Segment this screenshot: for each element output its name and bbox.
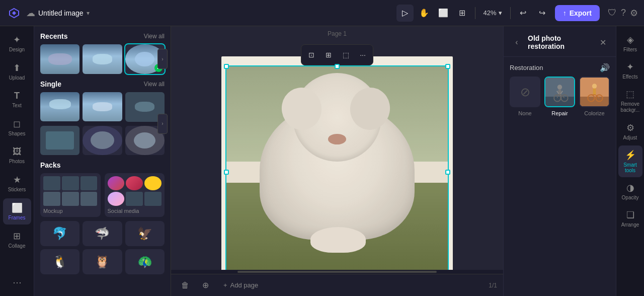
sticker-4[interactable]: 🐧 [40,249,79,274]
single-thumb-4[interactable] [40,126,79,156]
frame-tool-button[interactable]: ⬜ [435,5,452,22]
sidebar-item-upload[interactable]: ⬆ Upload [3,58,31,85]
recents-carousel-next[interactable]: › [157,49,168,69]
single-thumb-5[interactable] [83,126,122,156]
handle-top-mid[interactable] [335,64,340,69]
document-title-area[interactable]: ☁ Untitled image ▾ [26,8,90,19]
duplicate-page-button[interactable]: ⊕ [197,277,213,293]
sidebar-item-frames-label: Frames [9,215,26,220]
right-icon-remove-bg[interactable]: ⬚ Remove backgr... [618,85,642,117]
effects-icon: ✦ [626,61,634,72]
restoration-option-colorize[interactable]: Colorize [579,77,610,116]
frame-grid-button[interactable]: ⊞ [454,5,471,22]
add-page-icon: + [223,281,227,289]
more-options-button[interactable]: ··· [355,47,371,63]
recents-view-all[interactable]: View all [144,33,165,40]
pack-mockup[interactable]: Mockup [40,173,101,217]
shapes-icon: ◻ [13,118,21,129]
crop-button[interactable]: ⊡ [303,47,319,63]
toolbar-tools: ▷ ✋ ⬜ ⊞ 42% ▾ ↩ ↪ [396,5,551,22]
right-icon-opacity[interactable]: ◑ Opacity [618,178,642,204]
add-page-button[interactable]: + Add page [217,277,264,293]
recent-thumb-2[interactable] [83,44,122,74]
handle-mid-right[interactable] [445,170,450,175]
sidebar-item-text[interactable]: T Text [3,87,31,112]
pack-social-media[interactable]: Social media [105,173,165,217]
single-view-all[interactable]: View all [144,81,165,88]
settings-icon[interactable]: ⚙ [630,8,638,19]
dog-paw [310,227,366,252]
single-title: Single [40,80,61,88]
sidebar-item-photos[interactable]: 🖼 Photos [3,142,31,168]
undo-button[interactable]: ↩ [515,5,532,22]
toolbar-divider [475,7,475,19]
recent-thumb-2-img [83,44,122,74]
right-icon-effects[interactable]: ✦ Effects [618,57,642,84]
canvas-scroll[interactable]: ⊡ ⊞ ⬚ ··· [171,26,503,270]
restoration-panel-inner: ‹ Old photo restoration ✕ Restoration 🔊 … [504,26,616,296]
repair-image [545,78,574,106]
shield-icon[interactable]: 🛡 [608,8,617,18]
handle-top-left[interactable] [224,64,229,69]
more-icon: ⋯ [13,277,22,288]
effects-label: Effects [622,74,637,80]
help-icon[interactable]: ? [621,8,626,18]
restoration-option-none[interactable]: ⊘ None [510,77,540,116]
select-tool-button[interactable]: ▷ [396,5,414,22]
arrange-label: Arrange [621,222,639,228]
pack-mockup-thumb-4 [43,192,60,206]
single-grid-row2 [40,126,165,156]
sidebar-item-collage[interactable]: ⊞ Collage [3,227,31,253]
single-carousel-next[interactable]: › [157,114,168,134]
handle-top-right[interactable] [445,64,450,69]
single-grid-container: › [40,92,165,156]
single-thumb-1-img [40,92,79,122]
sound-icon[interactable]: 🔊 [600,63,610,72]
restoration-none-thumb: ⊘ [510,77,540,107]
layout-button[interactable]: ⊞ [320,47,337,63]
single-thumb-1[interactable] [40,92,79,122]
pack-social-thumbs [108,176,162,206]
single-thumb-5-img [83,126,122,156]
pack-mockup-thumb-1 [43,176,60,190]
handle-mid-left[interactable] [224,170,229,175]
sticker-5[interactable]: 🦉 [83,249,122,274]
scrollbar-thumb[interactable] [237,271,437,273]
sticker-2[interactable]: 🦈 [83,221,122,246]
export-button[interactable]: ↑ Export [555,5,600,21]
single-thumb-2-img [83,92,122,122]
pack-social-thumb-5 [126,192,143,206]
sticker-6[interactable]: 🦚 [125,249,165,274]
panel-close-button[interactable]: ✕ [596,35,610,49]
delete-page-button[interactable]: 🗑 [177,277,193,293]
sidebar-item-stickers[interactable]: ★ Stickers [3,170,31,196]
zoom-control[interactable]: 42% ▾ [479,5,506,22]
canvas-scrollbar[interactable] [171,270,503,274]
mask-button[interactable]: ⬚ [338,47,354,63]
sticker-1[interactable]: 🐬 [40,221,79,246]
recent-thumb-1[interactable] [40,44,79,74]
canvas-selected-image[interactable]: ⊡ ⊞ ⬚ ··· [225,65,449,270]
right-icon-smart-tools[interactable]: ⚡ Smart tools [618,145,642,177]
recent-thumb-1-img [40,44,79,74]
sticker-3[interactable]: 🦅 [125,221,165,246]
logo[interactable] [6,5,22,21]
sidebar-item-shapes[interactable]: ◻ Shapes [3,114,31,140]
panel-back-button[interactable]: ‹ [510,35,524,49]
svg-rect-1 [545,97,574,106]
sidebar-item-frames[interactable]: ⬜ Frames [3,198,31,225]
canvas-page: ⊡ ⊞ ⬚ ··· [221,56,453,270]
right-icon-adjust[interactable]: ⚙ Adjust [618,118,642,144]
redo-button[interactable]: ↪ [534,5,551,22]
single-thumb-2[interactable] [83,92,122,122]
sidebar-item-more[interactable]: ⋯ [3,273,31,292]
right-icon-filters[interactable]: ◈ Filters [618,30,642,56]
sidebar-item-design[interactable]: ✦ Design [3,30,31,56]
hand-tool-button[interactable]: ✋ [416,5,433,22]
right-icon-arrange[interactable]: ❏ Arrange [618,205,642,232]
none-circle-icon: ⊘ [520,85,530,99]
sidebar-item-photos-label: Photos [9,159,25,164]
restoration-label-text: Restoration [510,64,543,71]
recents-grid-container: ✓ › [40,44,165,74]
restoration-option-repair[interactable]: Repair [544,77,575,116]
